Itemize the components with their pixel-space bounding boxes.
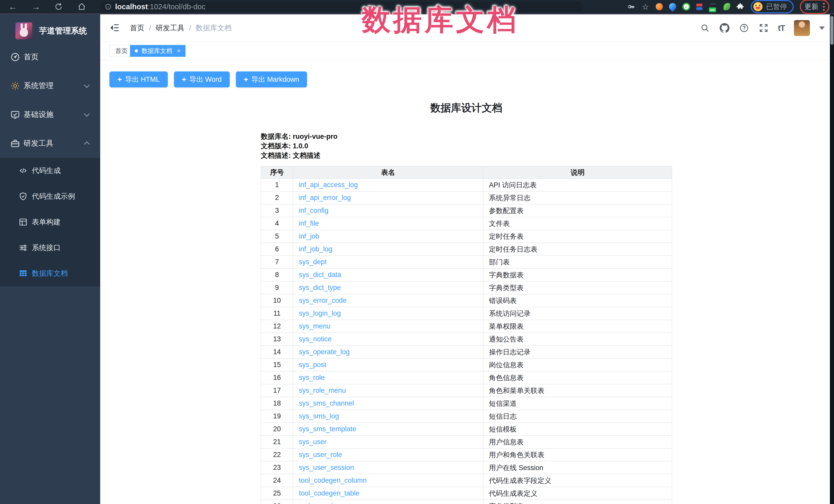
table-row: 13sys_notice通知公告表 (261, 333, 672, 346)
browser-update-button[interactable]: 更新 (800, 0, 829, 14)
table-link[interactable]: sys_dict_data (299, 271, 341, 279)
breadcrumb-devtools[interactable]: 研发工具 (156, 23, 184, 33)
cell-text: 19 (273, 412, 281, 420)
extension-icon-1[interactable] (656, 3, 663, 10)
table-link[interactable]: sys_notice (299, 335, 332, 343)
doc-table-body: 1inf_api_access_logAPI 访问日志表2inf_api_err… (261, 179, 672, 504)
cell-text: 18 (273, 399, 281, 407)
table-link[interactable]: sys_sms_channel (299, 399, 354, 407)
user-avatar[interactable] (794, 20, 810, 36)
help-icon[interactable] (739, 23, 749, 33)
table-link[interactable]: sys_user_role (299, 451, 342, 459)
table-link[interactable]: inf_config (299, 206, 329, 214)
github-icon[interactable] (719, 23, 730, 33)
table-link[interactable]: sys_role (299, 374, 325, 381)
table-link[interactable]: sys_post (299, 361, 326, 369)
sidebar-item-devtools[interactable]: 研发工具 (0, 129, 100, 158)
cell-text: 短信渠道 (489, 400, 517, 408)
info-icon[interactable] (105, 3, 111, 10)
url-bar[interactable]: localhost:1024/tool/db-doc (101, 2, 584, 12)
breadcrumb: 首页 / 研发工具 / 数据库文档 (130, 15, 232, 42)
extension-icon-6[interactable] (724, 3, 730, 10)
export-markdown-button[interactable]: + 导出 Markdown (236, 71, 307, 87)
table-link[interactable]: sys_dict_type (299, 284, 341, 291)
cell-text: 22 (273, 451, 281, 459)
profile-paused-chip[interactable]: 已暂停 (751, 0, 794, 13)
screen: ← → localhost:1024/tool/db-doc ☆ ✓ on (0, 0, 834, 504)
sidebar-item-home[interactable]: 首页 (0, 43, 100, 71)
table-row: 21sys_user用户信息表 (261, 436, 672, 448)
export-word-button[interactable]: + 导出 Word (174, 71, 230, 87)
search-icon[interactable] (700, 23, 710, 33)
column-header: 表名 (293, 166, 483, 179)
extensions-puzzle-icon[interactable] (737, 3, 745, 11)
table-link[interactable]: sys_role_menu (299, 387, 346, 394)
table-link[interactable]: inf_api_error_log (299, 194, 351, 201)
profile-avatar-icon (753, 2, 763, 11)
avatar-caret-icon[interactable] (819, 26, 825, 30)
bookmark-star-icon[interactable]: ☆ (641, 3, 650, 11)
table-link[interactable]: sys_operate_log (299, 348, 350, 356)
forward-icon[interactable]: → (29, 0, 43, 13)
table-link[interactable]: inf_api_access_log (299, 181, 358, 189)
close-icon[interactable]: × (177, 45, 181, 57)
cell-text: 16 (273, 374, 281, 381)
cell-text: 15 (273, 361, 281, 369)
breadcrumb-home[interactable]: 首页 (130, 23, 145, 33)
key-icon[interactable] (627, 3, 635, 11)
font-size-icon[interactable]: tT (778, 23, 785, 33)
submenu-item-form-builder[interactable]: 表单构建 (0, 209, 100, 235)
sidebar-fold-icon[interactable] (109, 23, 120, 33)
submenu-item-codegen-demo[interactable]: 代码生成示例 (0, 183, 100, 209)
submenu-item-api[interactable]: 系统接口 (0, 235, 100, 261)
reload-icon[interactable] (52, 0, 65, 13)
scrollbar-thumb[interactable] (830, 16, 833, 45)
extension-icon-4[interactable] (696, 4, 702, 10)
cell-text: 部门表 (489, 258, 510, 266)
browser-menu-icon[interactable] (823, 3, 825, 11)
table-link[interactable]: tool_codegen_column (299, 477, 367, 484)
table-link[interactable]: inf_job_log (299, 245, 332, 253)
export-html-button[interactable]: + 导出 HTML (109, 71, 168, 87)
table-link[interactable]: sys_sms_template (299, 425, 356, 433)
code-icon (19, 166, 28, 175)
gear-icon (10, 81, 20, 91)
extension-icon-3[interactable]: ✓ (682, 3, 690, 10)
home-icon[interactable] (75, 0, 88, 13)
doc-meta: 数据库名: ruoyi-vue-pro 文档版本: 1.0.0 文档描述: 文档… (261, 132, 672, 160)
extension-icon-2[interactable] (667, 2, 678, 12)
table-link[interactable]: sys_menu (299, 322, 330, 330)
cell-text: 4 (275, 219, 279, 227)
back-icon[interactable]: ← (6, 0, 20, 13)
cell-text: 系统访问记录 (489, 310, 531, 317)
sidebar-item-infra[interactable]: 基础设施 (0, 100, 100, 129)
extension-icon-5[interactable]: on (709, 2, 717, 11)
cell-text: 11 (273, 309, 281, 317)
table-link[interactable]: inf_file (299, 219, 319, 227)
cell-text: 26 (273, 502, 281, 504)
cell-text: 1 (275, 181, 279, 189)
doc-title: 数据库设计文档 (261, 101, 672, 115)
submenu-item-codegen[interactable]: 代码生成 (0, 158, 100, 183)
cell-text: 代码生成表定义 (489, 489, 537, 497)
table-link[interactable]: sys_dept (299, 258, 327, 266)
table-link[interactable]: tool_test_demo (299, 502, 346, 504)
table-link[interactable]: sys_user (299, 438, 327, 446)
page-scrollbar[interactable] (830, 15, 834, 504)
cell-text: 字典类型表 (489, 284, 524, 292)
cell-text: API 访问日志表 (489, 181, 537, 189)
table-link[interactable]: inf_job (299, 232, 320, 240)
table-link[interactable]: sys_sms_log (299, 412, 339, 420)
app-logo[interactable]: 芋道管理系统 (0, 21, 87, 41)
table-row: 18sys_sms_channel短信渠道 (261, 397, 672, 410)
app-title: 芋道管理系统 (39, 25, 87, 36)
tag-db-doc[interactable]: 数据库文档 × (130, 45, 185, 57)
sidebar-item-system[interactable]: 系统管理 (0, 71, 100, 100)
fullscreen-icon[interactable] (759, 23, 769, 33)
submenu-item-db-doc[interactable]: 数据库文档 (0, 261, 100, 286)
table-link[interactable]: tool_codegen_table (299, 489, 359, 497)
table-link[interactable]: sys_user_session (299, 464, 354, 472)
table-row: 16sys_role角色信息表 (261, 371, 672, 384)
table-link[interactable]: sys_error_code (299, 297, 347, 304)
table-link[interactable]: sys_login_log (299, 309, 341, 317)
